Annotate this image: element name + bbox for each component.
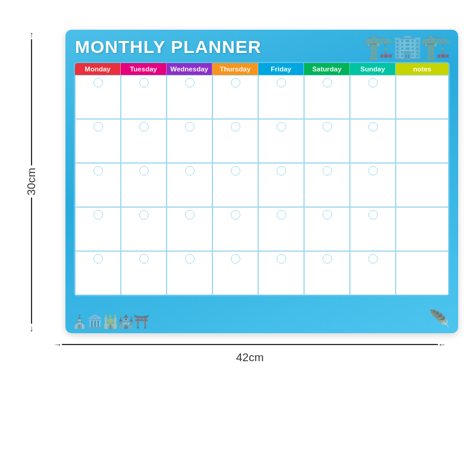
day-cell-r4-c0: [75, 251, 121, 295]
day-cell-r0-c0: [75, 75, 121, 119]
day-cell-r0-c3: [212, 75, 258, 119]
day-circle: [322, 78, 332, 87]
feather-decoration: 🪶: [429, 309, 450, 328]
day-cell-r1-c4: [258, 119, 304, 163]
day-circle: [185, 78, 195, 87]
day-cell-r1-c2: [167, 119, 212, 163]
day-circle: [277, 210, 286, 220]
planner-grid: MondayTuesdayWednesdayThursdayFridaySatu…: [74, 62, 450, 296]
header-cell-saturday: Saturday: [304, 63, 350, 75]
header-cell-thursday: Thursday: [212, 63, 258, 75]
day-cell-r4-c7: [396, 251, 449, 295]
day-circle: [93, 254, 103, 264]
day-circle: [322, 254, 332, 264]
day-cell-r0-c5: [304, 75, 350, 119]
body-grid: [75, 75, 449, 295]
header-cell-sunday: Sunday: [350, 63, 396, 75]
day-cell-r2-c4: [258, 163, 304, 207]
arrow-up: ↑: [30, 30, 34, 39]
arrow-right: ←: [438, 340, 446, 349]
day-cell-r1-c0: [75, 119, 121, 163]
day-circle: [231, 122, 240, 131]
day-circle: [139, 254, 149, 264]
outer-wrapper: ↑ 30cm ↓ 🏗️🏢🏗️ MONTHLY PLANNER MondayTue…: [12, 18, 464, 458]
day-cell-r3-c3: [212, 207, 258, 251]
header-cell-friday: Friday: [258, 63, 304, 75]
day-cell-r4-c4: [258, 251, 304, 295]
day-circle: [322, 166, 332, 176]
day-circle: [231, 210, 240, 220]
day-circle: [139, 166, 149, 176]
day-cell-r1-c3: [212, 119, 258, 163]
day-circle: [231, 78, 240, 87]
width-dimension: → ← 42cm: [54, 340, 446, 364]
day-circle: [185, 122, 195, 131]
day-circle: [368, 122, 378, 131]
header-row: MondayTuesdayWednesdayThursdayFridaySatu…: [75, 63, 449, 75]
day-cell-r2-c2: [167, 163, 212, 207]
day-circle: [139, 210, 149, 220]
day-circle: [368, 166, 378, 176]
day-cell-r2-c3: [212, 163, 258, 207]
day-cell-r4-c6: [350, 251, 396, 295]
skyline-bottom-decoration: ⛪🏛️🕌🏰⛩️: [71, 314, 149, 330]
day-circle: [231, 254, 240, 264]
day-circle: [277, 254, 286, 264]
planner-card: 🏗️🏢🏗️ MONTHLY PLANNER MondayTuesdayWedne…: [65, 30, 458, 333]
width-label: 42cm: [54, 351, 446, 364]
day-cell-r0-c6: [350, 75, 396, 119]
day-cell-r0-c1: [121, 75, 167, 119]
day-circle: [231, 166, 240, 176]
day-circle: [322, 210, 332, 220]
day-cell-r3-c0: [75, 207, 121, 251]
day-circle: [368, 254, 378, 264]
day-cell-r2-c0: [75, 163, 121, 207]
day-circle: [93, 166, 103, 176]
day-cell-r2-c1: [121, 163, 167, 207]
day-circle: [322, 122, 332, 131]
day-circle: [93, 122, 103, 131]
day-circle: [277, 122, 286, 131]
arrow-down: ↓: [30, 324, 34, 333]
height-dimension: ↑ 30cm ↓: [25, 30, 38, 333]
day-cell-r0-c7: [396, 75, 449, 119]
day-circle: [139, 78, 149, 87]
day-circle: [185, 210, 195, 220]
day-cell-r3-c6: [350, 207, 396, 251]
day-cell-r2-c6: [350, 163, 396, 207]
day-cell-r4-c2: [167, 251, 212, 295]
day-circle: [277, 78, 286, 87]
skyline-top-decoration: 🏗️🏢🏗️: [364, 35, 450, 58]
day-circle: [185, 166, 195, 176]
day-cell-r3-c4: [258, 207, 304, 251]
header-cell-notes: notes: [396, 63, 449, 75]
day-circle: [277, 166, 286, 176]
day-cell-r3-c5: [304, 207, 350, 251]
height-label: 30cm: [25, 168, 38, 195]
day-cell-r0-c4: [258, 75, 304, 119]
day-cell-r1-c6: [350, 119, 396, 163]
arrow-left: →: [54, 340, 62, 349]
day-circle: [139, 122, 149, 131]
header-cell-tuesday: Tuesday: [121, 63, 167, 75]
day-circle: [93, 78, 103, 87]
day-cell-r3-c1: [121, 207, 167, 251]
day-cell-r1-c5: [304, 119, 350, 163]
day-circle: [185, 254, 195, 264]
header-cell-monday: Monday: [75, 63, 121, 75]
day-circle: [368, 78, 378, 87]
day-cell-r1-c1: [121, 119, 167, 163]
header-cell-wednesday: Wednesday: [167, 63, 212, 75]
day-circle: [93, 210, 103, 220]
day-cell-r2-c7: [396, 163, 449, 207]
day-cell-r3-c2: [167, 207, 212, 251]
day-cell-r4-c1: [121, 251, 167, 295]
day-cell-r0-c2: [167, 75, 212, 119]
day-circle: [368, 210, 378, 220]
day-cell-r4-c3: [212, 251, 258, 295]
day-cell-r1-c7: [396, 119, 449, 163]
day-cell-r4-c5: [304, 251, 350, 295]
day-cell-r2-c5: [304, 163, 350, 207]
day-cell-r3-c7: [396, 207, 449, 251]
